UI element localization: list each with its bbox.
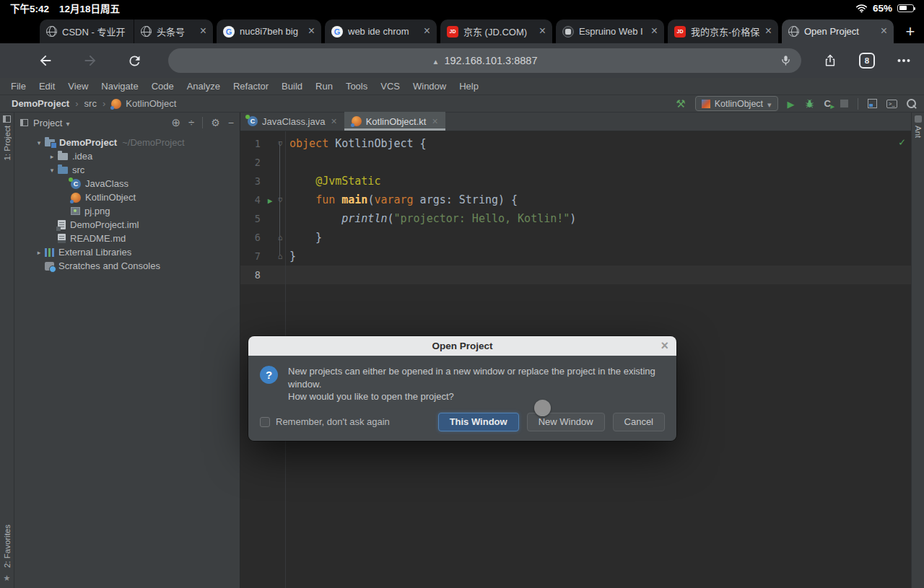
browser-tab[interactable]: web ide chrom bbox=[325, 19, 437, 43]
build-hammer-icon[interactable] bbox=[676, 97, 685, 110]
dialog-button[interactable]: Cancel bbox=[613, 413, 665, 431]
tab-close-icon[interactable] bbox=[424, 26, 430, 37]
breadcrumb-item[interactable]: src bbox=[69, 98, 97, 109]
console-icon[interactable] bbox=[886, 100, 897, 108]
tab-close-icon[interactable] bbox=[539, 26, 546, 37]
tab-close-icon[interactable] bbox=[765, 26, 772, 37]
tab-close-icon[interactable] bbox=[651, 26, 658, 37]
dialog-button[interactable]: This Window bbox=[438, 413, 519, 431]
code-line[interactable]: 4 fun main(vararg args: String) { bbox=[240, 190, 911, 209]
run-configuration-select[interactable]: KotlinObject bbox=[695, 96, 778, 111]
back-button[interactable] bbox=[38, 53, 53, 69]
remember-checkbox-group[interactable]: Remember, don't ask again bbox=[260, 416, 390, 427]
browser-tab[interactable]: nuc8i7beh big bbox=[217, 19, 321, 43]
menu-item[interactable]: Edit bbox=[32, 81, 61, 92]
browser-tab[interactable]: 我的京东-价格保 bbox=[668, 19, 778, 43]
tree-item[interactable]: KotlinObject bbox=[14, 190, 240, 204]
url-bar[interactable]: 192.168.101.3:8887 bbox=[168, 48, 801, 73]
collapse-all-icon[interactable] bbox=[188, 116, 194, 129]
menu-item[interactable]: Window bbox=[406, 81, 453, 92]
project-panel-title[interactable]: Project bbox=[33, 118, 62, 128]
menu-item[interactable]: Refactor bbox=[227, 81, 275, 92]
project-view-icon bbox=[20, 119, 28, 126]
breadcrumb-item[interactable]: KotlinObject bbox=[97, 98, 176, 109]
forward-button[interactable] bbox=[82, 53, 98, 69]
tab-close-icon[interactable] bbox=[308, 26, 315, 37]
code-line[interactable]: 7} bbox=[240, 247, 911, 266]
menu-item[interactable]: Build bbox=[275, 81, 309, 92]
code-line[interactable]: 1object KotlinObject { bbox=[240, 134, 911, 153]
menu-item[interactable]: Tools bbox=[339, 81, 374, 92]
menu-item[interactable]: File bbox=[4, 81, 32, 92]
new-tab-button[interactable] bbox=[899, 19, 921, 43]
tree-item[interactable]: README.md bbox=[14, 232, 240, 245]
tree-item[interactable]: src bbox=[14, 163, 240, 177]
stop-button[interactable] bbox=[840, 100, 848, 107]
run-button[interactable] bbox=[788, 97, 795, 110]
browser-menu-button[interactable] bbox=[897, 53, 911, 68]
folder-icon bbox=[58, 153, 68, 160]
kotlin-icon bbox=[111, 99, 121, 109]
code-line[interactable]: 6 } bbox=[240, 228, 911, 247]
mic-icon[interactable] bbox=[780, 54, 792, 66]
inspections-ok-icon[interactable] bbox=[899, 136, 905, 149]
tree-item[interactable]: pj.png bbox=[14, 204, 240, 218]
tree-chevron-icon[interactable] bbox=[33, 139, 45, 146]
menu-item[interactable]: View bbox=[61, 81, 95, 92]
restore-windows-icon[interactable] bbox=[868, 99, 877, 108]
debug-button[interactable] bbox=[804, 98, 815, 109]
code-line[interactable]: 5 println("projector: Hello, Kotlin!") bbox=[240, 209, 911, 228]
tree-item[interactable]: .idea bbox=[14, 149, 240, 163]
menu-item[interactable]: Analyze bbox=[180, 81, 227, 92]
tool-button-project[interactable]: 1: Project bbox=[3, 115, 12, 161]
tool-button-ant[interactable]: Ant bbox=[914, 115, 923, 138]
tab-close-icon[interactable] bbox=[331, 115, 336, 127]
tree-chevron-icon[interactable] bbox=[46, 153, 58, 160]
code-line[interactable]: 2 bbox=[240, 153, 911, 172]
chevron-down-icon[interactable] bbox=[66, 116, 69, 129]
tab-close-icon[interactable] bbox=[200, 26, 206, 37]
google-icon bbox=[223, 26, 235, 38]
code-line[interactable]: 8 bbox=[240, 266, 911, 284]
browser-tab[interactable]: Open Project bbox=[782, 19, 894, 43]
tree-chevron-icon[interactable] bbox=[46, 167, 58, 174]
menu-item[interactable]: Navigate bbox=[95, 81, 144, 92]
browser-tab[interactable]: Espruino Web I bbox=[556, 19, 664, 43]
tree-item[interactable]: DemoProject.iml bbox=[14, 218, 240, 232]
tab-close-icon[interactable] bbox=[432, 115, 437, 127]
not-secure-icon[interactable] bbox=[432, 55, 440, 66]
editor-tab[interactable]: KotlinObject.kt bbox=[344, 112, 445, 131]
browser-tab[interactable]: CSDN - 专业开 bbox=[40, 19, 134, 43]
google-icon bbox=[331, 26, 343, 38]
editor-tab[interactable]: JavaClass.java bbox=[240, 112, 344, 131]
globe-icon bbox=[46, 26, 57, 37]
browser-tab[interactable]: 京东 (JD.COM) bbox=[440, 19, 552, 43]
dialog-title: Open Project bbox=[432, 341, 492, 351]
tab-close-icon[interactable] bbox=[881, 26, 887, 37]
browser-tab[interactable]: 头条号 bbox=[134, 19, 213, 43]
tree-item[interactable]: External Libraries bbox=[14, 245, 240, 259]
search-icon[interactable] bbox=[907, 99, 917, 109]
tree-item[interactable]: Scratches and Consoles bbox=[14, 259, 240, 273]
menu-item[interactable]: VCS bbox=[374, 81, 406, 92]
run-with-coverage-button[interactable] bbox=[824, 98, 831, 109]
gear-icon[interactable] bbox=[211, 116, 220, 129]
tab-switcher-button[interactable]: 8 bbox=[859, 53, 875, 69]
checkbox[interactable] bbox=[260, 417, 270, 427]
breadcrumb-item[interactable]: DemoProject bbox=[12, 98, 69, 109]
menu-item[interactable]: Run bbox=[309, 81, 339, 92]
share-icon[interactable] bbox=[823, 53, 837, 68]
tool-button-favorites[interactable]: 2: Favorites bbox=[3, 525, 12, 584]
tree-item[interactable]: JavaClass bbox=[14, 177, 240, 190]
hide-panel-icon[interactable] bbox=[228, 116, 234, 129]
code-line[interactable]: 3 @JvmStatic bbox=[240, 172, 911, 190]
menu-item[interactable]: Help bbox=[453, 81, 485, 92]
tree-chevron-icon[interactable] bbox=[33, 249, 45, 256]
menu-item[interactable]: Code bbox=[145, 81, 180, 92]
tree-item[interactable]: DemoProject ~/DemoProject bbox=[14, 136, 240, 149]
locate-file-icon[interactable] bbox=[171, 116, 180, 129]
reload-button[interactable] bbox=[127, 53, 142, 69]
dialog-titlebar[interactable]: Open Project bbox=[248, 336, 676, 356]
url-text[interactable]: 192.168.101.3:8887 bbox=[444, 55, 537, 66]
close-icon[interactable] bbox=[661, 338, 668, 354]
